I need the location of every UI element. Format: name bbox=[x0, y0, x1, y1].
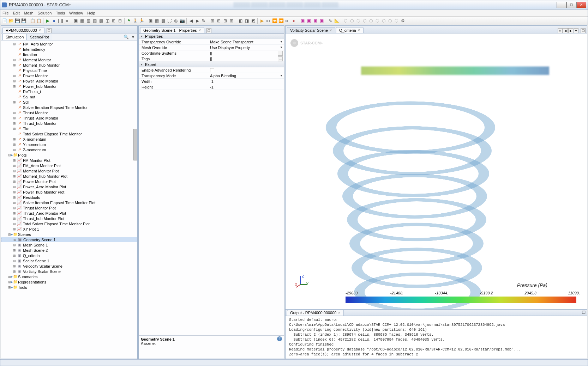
cut2-icon[interactable]: ◨ bbox=[244, 18, 250, 24]
walk-icon[interactable]: 🚶 bbox=[132, 18, 138, 24]
dropdown-icon[interactable]: ▼ bbox=[280, 74, 283, 77]
tree-item[interactable]: ⊞↗Z-momentum bbox=[1, 147, 137, 152]
panel-minimize-button[interactable]: ❐ bbox=[47, 28, 52, 33]
tree-item[interactable]: ⊞📈Power_hub Monitor Plot bbox=[1, 189, 137, 195]
output-console[interactable]: Started default macro: C:\Users\wie\AppD… bbox=[286, 316, 587, 359]
tree-item[interactable]: ⊞📈FM Monitor Plot bbox=[1, 158, 137, 163]
edit-button[interactable]: … bbox=[278, 56, 283, 61]
tree-menu-icon[interactable]: ▾ bbox=[130, 34, 136, 40]
prop-value-cell[interactable]: []… bbox=[209, 51, 284, 56]
menu-mesh[interactable]: Mesh bbox=[24, 11, 34, 15]
close-output-icon[interactable]: ✕ bbox=[338, 311, 341, 315]
tree-item[interactable]: ⊞↗X-momentum bbox=[1, 136, 137, 142]
expand-icon[interactable]: ⊞ bbox=[12, 79, 17, 83]
hex3-icon[interactable]: ⬡ bbox=[355, 18, 361, 24]
maximize-button[interactable] bbox=[566, 2, 576, 8]
document-tab[interactable]: RPM4000.000000 ✕ bbox=[2, 27, 44, 33]
rec-first-icon[interactable]: ⏮ bbox=[265, 18, 271, 24]
tree-item[interactable]: ⊞↗Thrust_Aero Monitor bbox=[1, 115, 137, 121]
output-tab[interactable]: Output - RPM4000.000000 ✕ bbox=[287, 310, 344, 316]
expand-icon[interactable]: ⊞ bbox=[12, 243, 17, 247]
flag-icon[interactable]: ⚑ bbox=[126, 18, 132, 24]
tree-item[interactable]: ·↗Solver Iteration Elapsed Time Monitor bbox=[1, 105, 137, 110]
focus-icon[interactable]: ◎ bbox=[173, 18, 179, 24]
tree-item[interactable]: ⊞📈Total Solver Elapsed Time Monitor Plot bbox=[1, 221, 137, 226]
expand-icon[interactable]: ⊞ bbox=[12, 138, 17, 141]
wire-icon[interactable]: ▣ bbox=[148, 18, 153, 24]
minimize-button[interactable] bbox=[557, 2, 566, 8]
menu-file[interactable]: File bbox=[2, 11, 9, 15]
expand-icon[interactable]: ⊞ bbox=[12, 159, 17, 162]
expand-icon[interactable]: ⊞ bbox=[12, 249, 17, 252]
prop-value-cell[interactable] bbox=[209, 68, 284, 72]
help-icon[interactable]: ? bbox=[277, 336, 282, 341]
expand-icon[interactable]: ⊞ bbox=[12, 42, 17, 46]
rec-stop-icon[interactable]: ● bbox=[291, 18, 296, 24]
pencil-icon[interactable]: ✎ bbox=[328, 18, 333, 24]
hex7-icon[interactable]: ⬡ bbox=[381, 18, 386, 24]
tree-item[interactable]: ⊞▣Vorticity Scalar Scene bbox=[1, 269, 137, 274]
tree-item[interactable]: ⊞↗Sdr bbox=[1, 99, 137, 105]
next-icon[interactable]: ▶ bbox=[194, 18, 200, 24]
stop-icon[interactable]: ■ bbox=[64, 18, 70, 24]
prop-value-cell[interactable] bbox=[209, 85, 284, 89]
tree-item[interactable]: ⊞📈Moment_hub Monitor Plot bbox=[1, 173, 137, 179]
scene-tab-vorticity[interactable]: Vorticity Scalar Scene ✕ bbox=[287, 27, 335, 33]
scene-minimize-button[interactable]: ❐ bbox=[581, 28, 586, 33]
copy-icon[interactable]: 📋 bbox=[30, 18, 35, 24]
rec-prev-icon[interactable]: ⏪ bbox=[272, 18, 277, 24]
tree-folder[interactable]: ⊟▸📁Scenes bbox=[1, 232, 137, 237]
expand-icon[interactable]: ⛶ bbox=[167, 18, 172, 24]
pause-icon[interactable]: ❚❚ bbox=[58, 18, 63, 24]
mesh-step2-icon[interactable]: ▦ bbox=[79, 18, 85, 24]
expand-icon[interactable]: ⊞ bbox=[12, 143, 17, 146]
tree-item[interactable]: ⊞📈Residuals bbox=[1, 195, 137, 200]
tree-item[interactable]: ⊞▣Velcocity Scalar Scene bbox=[1, 263, 137, 269]
tree-item[interactable]: ·↗Intermittency bbox=[1, 47, 137, 52]
close-button[interactable] bbox=[576, 2, 586, 8]
expand-icon[interactable]: ⊞ bbox=[12, 111, 17, 115]
rec-next-icon[interactable]: ⏩ bbox=[278, 18, 284, 24]
grid3-icon[interactable]: ⊞ bbox=[222, 18, 228, 24]
hex9-icon[interactable]: ⬡ bbox=[394, 18, 399, 24]
close-scene-tab-icon[interactable]: ✕ bbox=[358, 29, 360, 32]
sel3-icon[interactable]: ▣ bbox=[312, 18, 318, 24]
sel4-icon[interactable]: ▣ bbox=[319, 18, 324, 24]
expand-icon[interactable]: ⊞ bbox=[12, 259, 17, 263]
expand-icon[interactable]: ⊞ bbox=[12, 169, 17, 173]
tree-folder[interactable]: ⊞▸📁Summaries bbox=[1, 274, 137, 279]
scene-3d-view[interactable]: STAR-CCM+ bbox=[286, 33, 587, 309]
expand-icon[interactable]: ⊞ bbox=[12, 227, 17, 231]
run-icon[interactable]: ▶ bbox=[45, 18, 50, 24]
prop-input[interactable] bbox=[210, 85, 283, 89]
ruler-icon[interactable]: 📐 bbox=[334, 18, 340, 24]
menu-window[interactable]: Window bbox=[69, 11, 83, 15]
grid1-icon[interactable]: ⊞ bbox=[210, 18, 215, 24]
shade-icon[interactable]: ▩ bbox=[160, 18, 166, 24]
tree-folder[interactable]: ⊟▸📁Plots bbox=[1, 152, 137, 158]
tree-item[interactable]: ⊞↗Power_Aero Monitor bbox=[1, 78, 137, 84]
hex1-icon[interactable]: ⬡ bbox=[343, 18, 348, 24]
tree-item[interactable]: ⊞↗Thrust_hub Monitor bbox=[1, 121, 137, 126]
dropdown-icon[interactable]: ▼ bbox=[280, 46, 283, 49]
sel1-icon[interactable]: ▣ bbox=[300, 18, 305, 24]
tree-item[interactable]: ⊞▣Scalar Scene 1 bbox=[1, 258, 137, 263]
prop-value-cell[interactable]: Alpha Blending▼ bbox=[209, 74, 284, 78]
expand-icon[interactable]: ⊞ bbox=[12, 85, 17, 88]
expand-icon[interactable]: ⊞ bbox=[12, 180, 17, 183]
dropdown-icon[interactable]: ▼ bbox=[280, 40, 283, 43]
mesh-step1-icon[interactable]: ▣ bbox=[73, 18, 78, 24]
tree-item[interactable]: ⊞↗Thrust Monitor bbox=[1, 110, 137, 115]
expand-icon[interactable]: ⊞ bbox=[12, 74, 17, 78]
expand-icon[interactable]: ⊞ bbox=[12, 164, 17, 167]
tree-item[interactable]: ⊞▣Mesh Scene 2 bbox=[1, 248, 137, 253]
tree-item[interactable]: ⊞📈Power_Aero Monitor Plot bbox=[1, 184, 137, 189]
expand-icon[interactable]: ⊞ bbox=[12, 196, 17, 199]
tree-item[interactable]: ·↗Total Solver Elapsed Time Monitor bbox=[1, 131, 137, 136]
properties-minimize-button[interactable]: ❐ bbox=[206, 28, 211, 33]
prop-value-cell[interactable]: []… bbox=[209, 56, 284, 61]
expand-icon[interactable]: ⊞ bbox=[12, 190, 17, 194]
close-properties-icon[interactable]: ✕ bbox=[198, 29, 201, 32]
tree-item[interactable]: ⊞📈XY Plot 1 bbox=[1, 226, 137, 232]
tree-folder[interactable]: ⊞▸📁Representations bbox=[1, 279, 137, 285]
